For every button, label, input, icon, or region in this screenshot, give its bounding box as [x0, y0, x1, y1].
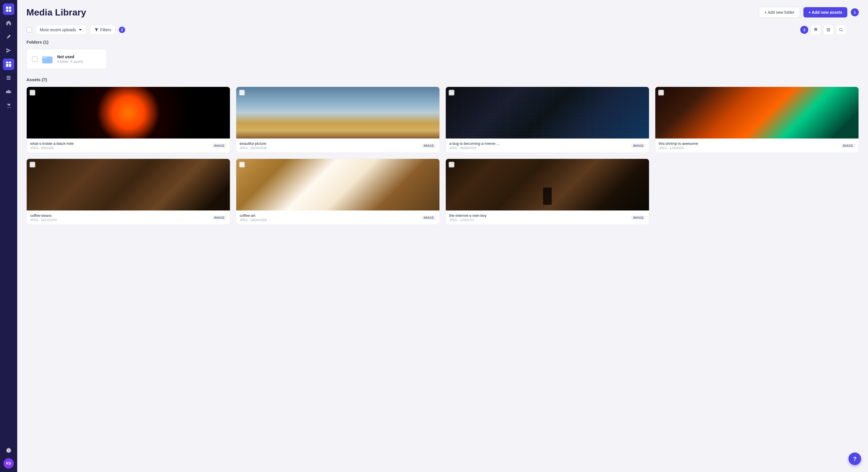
sidebar-item-shop[interactable] [3, 100, 14, 111]
svg-point-11 [8, 107, 9, 108]
toolbar: Most recent uploads Filters 2 3 [17, 22, 868, 40]
asset-card-mountains[interactable]: beautiful-picture JPEG · 3824X2548 IMAGE [236, 87, 440, 153]
asset-checkbox[interactable] [239, 90, 245, 96]
asset-text: coffee-art JPEG · 5824X3259 [240, 213, 267, 222]
svg-point-12 [10, 107, 11, 108]
person-silhouette [543, 188, 552, 205]
page-title: Media Library [26, 7, 86, 18]
sidebar-item-pages[interactable] [3, 72, 14, 84]
asset-info: this-shrimp-is-awesome JPEG · 1200X630 I… [655, 138, 859, 153]
asset-text: beautiful-picture JPEG · 3824X2548 [240, 141, 267, 150]
asset-checkbox[interactable] [658, 90, 664, 96]
asset-thumbnail-coffee-beans [27, 159, 230, 210]
content-area: Folders (1) Not used 0 folder, 4 assets [17, 40, 868, 472]
asset-card-laptop[interactable]: a-bug-is-becoming-a-meme-on-the-internet… [445, 87, 649, 153]
asset-thumbnail-shrimp [655, 87, 859, 138]
asset-image-mountains [236, 87, 439, 138]
folders-section-label: Folders (1) [26, 40, 859, 44]
assets-section: Assets (7) what-s-inside-a-black-hole JP… [26, 77, 859, 225]
asset-meta: JPEG · 3824X2548 [240, 146, 267, 150]
asset-text: coffee-beans JPEG · 5021X3347 [30, 213, 57, 222]
svg-rect-4 [6, 62, 8, 63]
asset-name: a-bug-is-becoming-a-meme-on-the-internet [449, 141, 501, 146]
asset-info: the-internet-s-own-boy JPEG · 1200X707 I… [446, 210, 649, 225]
sidebar-item-content[interactable] [3, 31, 14, 42]
asset-name: this-shrimp-is-awesome [659, 141, 698, 146]
filter-count-badge: 2 [119, 27, 125, 33]
asset-type-badge: IMAGE [422, 143, 436, 148]
asset-checkbox[interactable] [30, 162, 35, 167]
sort-dropdown[interactable]: Most recent uploads [36, 25, 87, 35]
folder-icon [42, 55, 53, 63]
settings-view-button[interactable] [811, 25, 821, 35]
asset-name: coffee-beans [30, 213, 57, 217]
asset-checkbox[interactable] [448, 90, 454, 96]
folder-info: Not used 0 folder, 4 assets [57, 55, 83, 64]
svg-point-16 [840, 28, 842, 31]
sidebar-item-cloud[interactable] [3, 86, 14, 98]
user-avatar[interactable]: KD [3, 458, 14, 469]
page-header: Media Library + Add new folder + Add new… [17, 0, 868, 22]
sort-label: Most recent uploads [40, 28, 76, 32]
asset-card-library[interactable]: the-internet-s-own-boy JPEG · 1200X707 I… [445, 159, 649, 225]
svg-rect-13 [827, 28, 830, 29]
asset-card-coffee-art[interactable]: coffee-art JPEG · 5824X3259 IMAGE [236, 159, 440, 225]
asset-type-badge: IMAGE [422, 215, 436, 220]
asset-thumbnail-library [446, 159, 649, 210]
asset-meta: JPEG · 5824X3259 [240, 218, 267, 222]
code-decoration [446, 87, 649, 138]
svg-rect-5 [9, 62, 11, 63]
sidebar-item-home[interactable] [3, 17, 14, 29]
folder-card-not-used[interactable]: Not used 0 folder, 4 assets [26, 49, 107, 69]
svg-rect-9 [7, 77, 11, 78]
asset-checkbox[interactable] [239, 162, 245, 167]
svg-line-17 [842, 31, 843, 32]
sidebar-item-dashboard[interactable] [3, 3, 14, 15]
asset-info: coffee-beans JPEG · 5021X3347 IMAGE [27, 210, 230, 225]
asset-meta: JPEG · 1200X707 [449, 218, 487, 222]
asset-name: coffee-art [240, 213, 267, 217]
toolbar-left: Most recent uploads Filters 2 [26, 25, 125, 35]
asset-thumbnail-blackhole [27, 87, 230, 138]
folder-checkbox[interactable] [32, 56, 38, 62]
assets-grid: what-s-inside-a-black-hole JPEG · 800X46… [26, 87, 859, 225]
filter-button[interactable]: Filters [90, 25, 115, 35]
asset-text: this-shrimp-is-awesome JPEG · 1200X630 [659, 141, 698, 150]
notification-badge[interactable]: 1 [851, 8, 859, 16]
svg-rect-7 [9, 64, 11, 67]
search-icon [839, 28, 843, 32]
folder-name: Not used [57, 55, 83, 59]
sidebar-item-settings[interactable] [3, 444, 14, 456]
asset-info: a-bug-is-becoming-a-meme-on-the-internet… [446, 138, 649, 153]
asset-text: what-s-inside-a-black-hole JPEG · 800X46… [30, 141, 74, 150]
asset-checkbox[interactable] [448, 162, 454, 167]
asset-type-badge: IMAGE [212, 143, 226, 148]
selection-count-badge: 3 [800, 26, 808, 34]
asset-checkbox[interactable] [30, 90, 35, 96]
add-new-assets-button[interactable]: + Add new assets [803, 7, 847, 18]
asset-name: what-s-inside-a-black-hole [30, 141, 74, 146]
asset-text: a-bug-is-becoming-a-meme-on-the-internet… [449, 141, 501, 150]
sidebar-item-media[interactable] [3, 59, 14, 70]
asset-info: coffee-art JPEG · 5824X3259 IMAGE [236, 210, 439, 225]
sidebar: KD [0, 0, 17, 472]
svg-rect-20 [42, 56, 46, 58]
svg-rect-10 [7, 79, 11, 80]
select-all-checkbox[interactable] [26, 27, 32, 33]
chevron-down-icon [79, 28, 82, 32]
help-button[interactable]: ? [848, 452, 861, 465]
svg-rect-14 [827, 30, 830, 30]
asset-card-coffee-beans[interactable]: coffee-beans JPEG · 5021X3347 IMAGE [26, 159, 230, 225]
sidebar-item-send[interactable] [3, 45, 14, 56]
search-button[interactable] [836, 25, 846, 35]
filter-label: Filters [100, 28, 111, 32]
asset-thumbnail-coffee-art [236, 159, 439, 210]
asset-card-shrimp[interactable]: this-shrimp-is-awesome JPEG · 1200X630 I… [655, 87, 859, 153]
svg-rect-8 [7, 76, 11, 77]
add-new-folder-button[interactable]: + Add new folder [759, 7, 800, 18]
filter-icon [94, 28, 98, 32]
asset-meta: JPEG · 1200X630 [659, 146, 698, 150]
asset-card-blackhole[interactable]: what-s-inside-a-black-hole JPEG · 800X46… [26, 87, 230, 153]
header-actions: + Add new folder + Add new assets 1 [759, 7, 859, 18]
list-view-button[interactable] [823, 25, 834, 35]
